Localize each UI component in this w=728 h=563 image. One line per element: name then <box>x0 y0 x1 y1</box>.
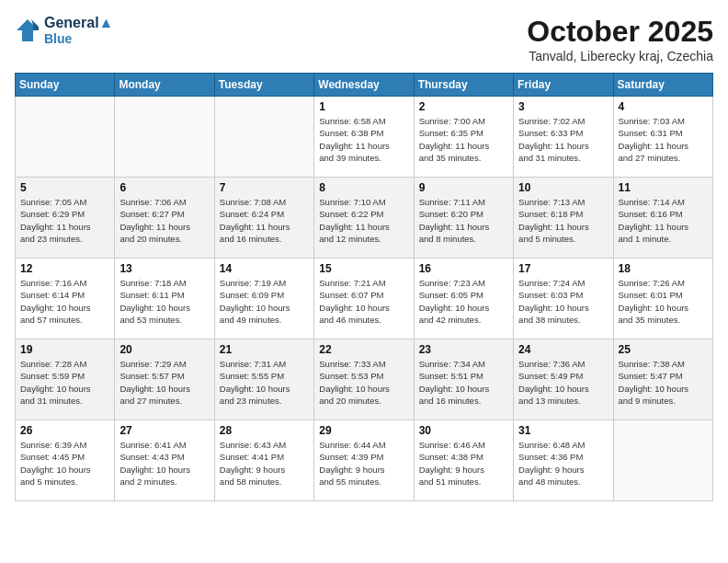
day-number: 27 <box>119 424 209 437</box>
day-number: 5 <box>20 181 109 194</box>
cell-daylight-info: Sunrise: 7:14 AM Sunset: 6:16 PM Dayligh… <box>619 196 708 245</box>
day-number: 3 <box>518 100 608 113</box>
calendar-cell <box>16 97 115 178</box>
logo-text: General▲ Blue <box>44 15 113 46</box>
day-number: 11 <box>619 181 708 194</box>
calendar-cell: 20Sunrise: 7:29 AM Sunset: 5:57 PM Dayli… <box>115 339 214 420</box>
day-number: 7 <box>220 181 309 194</box>
calendar-cell <box>115 97 214 178</box>
calendar-cell: 26Sunrise: 6:39 AM Sunset: 4:45 PM Dayli… <box>16 420 115 501</box>
day-number: 19 <box>20 343 109 356</box>
cell-daylight-info: Sunrise: 7:31 AM Sunset: 5:55 PM Dayligh… <box>220 358 309 407</box>
cell-daylight-info: Sunrise: 7:08 AM Sunset: 6:24 PM Dayligh… <box>220 196 309 245</box>
cell-daylight-info: Sunrise: 7:16 AM Sunset: 6:14 PM Dayligh… <box>20 277 109 326</box>
cell-daylight-info: Sunrise: 7:29 AM Sunset: 5:57 PM Dayligh… <box>119 358 209 407</box>
day-number: 26 <box>20 424 109 437</box>
cell-daylight-info: Sunrise: 7:36 AM Sunset: 5:49 PM Dayligh… <box>518 358 608 407</box>
day-number: 18 <box>619 262 708 275</box>
day-number: 30 <box>419 424 508 437</box>
logo-icon <box>15 17 40 43</box>
cell-daylight-info: Sunrise: 7:18 AM Sunset: 6:11 PM Dayligh… <box>119 277 209 326</box>
cell-daylight-info: Sunrise: 7:38 AM Sunset: 5:47 PM Dayligh… <box>619 358 708 407</box>
calendar-cell: 3Sunrise: 7:02 AM Sunset: 6:33 PM Daylig… <box>514 97 613 178</box>
day-number: 25 <box>619 343 708 356</box>
cell-daylight-info: Sunrise: 7:28 AM Sunset: 5:59 PM Dayligh… <box>20 358 109 407</box>
day-header-sunday: Sunday <box>16 74 115 97</box>
calendar-cell: 4Sunrise: 7:03 AM Sunset: 6:31 PM Daylig… <box>613 97 712 178</box>
cell-daylight-info: Sunrise: 7:02 AM Sunset: 6:33 PM Dayligh… <box>518 115 608 164</box>
day-number: 12 <box>20 262 109 275</box>
day-header-monday: Monday <box>115 74 214 97</box>
calendar-cell: 14Sunrise: 7:19 AM Sunset: 6:09 PM Dayli… <box>214 259 313 339</box>
calendar-cell: 22Sunrise: 7:33 AM Sunset: 5:53 PM Dayli… <box>314 339 414 420</box>
calendar-cell: 5Sunrise: 7:05 AM Sunset: 6:29 PM Daylig… <box>16 178 115 259</box>
calendar-cell: 25Sunrise: 7:38 AM Sunset: 5:47 PM Dayli… <box>613 339 712 420</box>
calendar-cell: 10Sunrise: 7:13 AM Sunset: 6:18 PM Dayli… <box>514 178 613 259</box>
day-number: 2 <box>419 100 508 113</box>
cell-daylight-info: Sunrise: 7:26 AM Sunset: 6:01 PM Dayligh… <box>619 277 708 326</box>
day-number: 23 <box>419 343 508 356</box>
cell-daylight-info: Sunrise: 7:00 AM Sunset: 6:35 PM Dayligh… <box>419 115 508 164</box>
cell-daylight-info: Sunrise: 7:34 AM Sunset: 5:51 PM Dayligh… <box>419 358 508 407</box>
calendar-cell: 9Sunrise: 7:11 AM Sunset: 6:20 PM Daylig… <box>414 178 513 259</box>
calendar-week-row: 1Sunrise: 6:58 AM Sunset: 6:38 PM Daylig… <box>16 97 713 178</box>
calendar-cell <box>214 97 313 178</box>
day-number: 6 <box>119 181 209 194</box>
cell-daylight-info: Sunrise: 6:46 AM Sunset: 4:38 PM Dayligh… <box>419 439 508 488</box>
calendar-week-row: 26Sunrise: 6:39 AM Sunset: 4:45 PM Dayli… <box>16 420 713 501</box>
calendar-cell: 16Sunrise: 7:23 AM Sunset: 6:05 PM Dayli… <box>414 259 513 339</box>
title-block: October 2025 Tanvald, Liberecky kraj, Cz… <box>527 15 713 63</box>
calendar-cell: 30Sunrise: 6:46 AM Sunset: 4:38 PM Dayli… <box>414 420 513 501</box>
cell-daylight-info: Sunrise: 7:10 AM Sunset: 6:22 PM Dayligh… <box>319 196 408 245</box>
cell-daylight-info: Sunrise: 7:05 AM Sunset: 6:29 PM Dayligh… <box>20 196 109 245</box>
cell-daylight-info: Sunrise: 7:06 AM Sunset: 6:27 PM Dayligh… <box>119 196 209 245</box>
cell-daylight-info: Sunrise: 7:33 AM Sunset: 5:53 PM Dayligh… <box>319 358 408 407</box>
day-number: 14 <box>220 262 309 275</box>
day-header-thursday: Thursday <box>414 74 513 97</box>
logo: General▲ Blue <box>15 15 113 46</box>
cell-daylight-info: Sunrise: 7:19 AM Sunset: 6:09 PM Dayligh… <box>220 277 309 326</box>
calendar-cell: 24Sunrise: 7:36 AM Sunset: 5:49 PM Dayli… <box>514 339 613 420</box>
page-header: General▲ Blue October 2025 Tanvald, Libe… <box>15 15 713 63</box>
day-number: 9 <box>419 181 508 194</box>
calendar-cell <box>613 420 712 501</box>
day-number: 4 <box>619 100 708 113</box>
calendar-cell: 7Sunrise: 7:08 AM Sunset: 6:24 PM Daylig… <box>214 178 313 259</box>
cell-daylight-info: Sunrise: 6:48 AM Sunset: 4:36 PM Dayligh… <box>518 439 608 488</box>
cell-daylight-info: Sunrise: 6:41 AM Sunset: 4:43 PM Dayligh… <box>119 439 209 488</box>
calendar-cell: 2Sunrise: 7:00 AM Sunset: 6:35 PM Daylig… <box>414 97 513 178</box>
day-header-tuesday: Tuesday <box>214 74 313 97</box>
day-number: 16 <box>419 262 508 275</box>
calendar-cell: 15Sunrise: 7:21 AM Sunset: 6:07 PM Dayli… <box>314 259 414 339</box>
calendar-cell: 11Sunrise: 7:14 AM Sunset: 6:16 PM Dayli… <box>613 178 712 259</box>
calendar-cell: 1Sunrise: 6:58 AM Sunset: 6:38 PM Daylig… <box>314 97 414 178</box>
cell-daylight-info: Sunrise: 6:43 AM Sunset: 4:41 PM Dayligh… <box>220 439 309 488</box>
day-number: 28 <box>220 424 309 437</box>
location: Tanvald, Liberecky kraj, Czechia <box>527 49 713 63</box>
calendar-cell: 19Sunrise: 7:28 AM Sunset: 5:59 PM Dayli… <box>16 339 115 420</box>
cell-daylight-info: Sunrise: 7:23 AM Sunset: 6:05 PM Dayligh… <box>419 277 508 326</box>
day-header-saturday: Saturday <box>613 74 712 97</box>
day-number: 15 <box>319 262 408 275</box>
day-number: 24 <box>518 343 608 356</box>
day-header-wednesday: Wednesday <box>314 74 414 97</box>
calendar-week-row: 12Sunrise: 7:16 AM Sunset: 6:14 PM Dayli… <box>16 259 713 339</box>
calendar-cell: 31Sunrise: 6:48 AM Sunset: 4:36 PM Dayli… <box>514 420 613 501</box>
calendar: SundayMondayTuesdayWednesdayThursdayFrid… <box>15 73 713 501</box>
calendar-cell: 6Sunrise: 7:06 AM Sunset: 6:27 PM Daylig… <box>115 178 214 259</box>
cell-daylight-info: Sunrise: 6:44 AM Sunset: 4:39 PM Dayligh… <box>319 439 408 488</box>
day-number: 17 <box>518 262 608 275</box>
calendar-cell: 12Sunrise: 7:16 AM Sunset: 6:14 PM Dayli… <box>16 259 115 339</box>
day-number: 20 <box>119 343 209 356</box>
calendar-cell: 8Sunrise: 7:10 AM Sunset: 6:22 PM Daylig… <box>314 178 414 259</box>
calendar-week-row: 5Sunrise: 7:05 AM Sunset: 6:29 PM Daylig… <box>16 178 713 259</box>
day-number: 22 <box>319 343 408 356</box>
cell-daylight-info: Sunrise: 7:21 AM Sunset: 6:07 PM Dayligh… <box>319 277 408 326</box>
day-number: 13 <box>119 262 209 275</box>
day-header-friday: Friday <box>514 74 613 97</box>
calendar-cell: 28Sunrise: 6:43 AM Sunset: 4:41 PM Dayli… <box>214 420 313 501</box>
calendar-cell: 13Sunrise: 7:18 AM Sunset: 6:11 PM Dayli… <box>115 259 214 339</box>
cell-daylight-info: Sunrise: 7:24 AM Sunset: 6:03 PM Dayligh… <box>518 277 608 326</box>
day-number: 10 <box>518 181 608 194</box>
calendar-cell: 21Sunrise: 7:31 AM Sunset: 5:55 PM Dayli… <box>214 339 313 420</box>
